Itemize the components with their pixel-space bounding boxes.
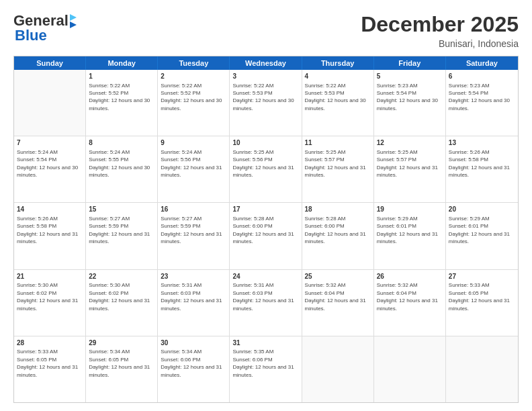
page-title: December 2025 — [361, 12, 519, 37]
table-row: 1Sunrise: 5:22 AMSunset: 5:52 PMDaylight… — [86, 70, 158, 136]
cell-info: Sunrise: 5:28 AMSunset: 6:00 PMDaylight:… — [232, 216, 294, 244]
day-number: 6 — [449, 72, 515, 81]
cell-info: Sunrise: 5:26 AMSunset: 5:58 PMDaylight:… — [449, 149, 510, 178]
day-number: 8 — [89, 138, 154, 148]
table-row: 14Sunrise: 5:26 AMSunset: 5:58 PMDayligh… — [14, 203, 86, 269]
day-number: 14 — [17, 205, 83, 214]
calendar: Sunday Monday Tuesday Wednesday Thursday… — [13, 56, 519, 403]
day-number: 19 — [377, 205, 443, 214]
table-row: 13Sunrise: 5:26 AMSunset: 5:58 PMDayligh… — [446, 136, 518, 202]
cell-info: Sunrise: 5:29 AMSunset: 6:01 PMDaylight:… — [377, 216, 438, 244]
day-number: 29 — [89, 338, 154, 348]
table-row: 12Sunrise: 5:25 AMSunset: 5:57 PMDayligh… — [374, 136, 446, 202]
day-number: 17 — [232, 205, 298, 214]
table-row: 31Sunrise: 5:35 AMSunset: 6:06 PMDayligh… — [230, 336, 302, 402]
cell-info: Sunrise: 5:30 AMSunset: 6:02 PMDaylight:… — [17, 282, 78, 311]
cell-info: Sunrise: 5:22 AMSunset: 5:52 PMDaylight:… — [89, 83, 150, 111]
table-row: 2Sunrise: 5:22 AMSunset: 5:52 PMDaylight… — [158, 70, 230, 136]
cell-info: Sunrise: 5:28 AMSunset: 6:00 PMDaylight:… — [305, 216, 366, 244]
day-number: 15 — [89, 205, 154, 214]
table-row: 8Sunrise: 5:24 AMSunset: 5:55 PMDaylight… — [86, 136, 158, 202]
table-row: 20Sunrise: 5:29 AMSunset: 6:01 PMDayligh… — [446, 203, 518, 269]
table-row: 27Sunrise: 5:33 AMSunset: 6:05 PMDayligh… — [446, 270, 518, 336]
logo-blue: Blue — [15, 27, 47, 44]
day-number: 1 — [89, 72, 154, 81]
cell-info: Sunrise: 5:35 AMSunset: 6:06 PMDaylight:… — [232, 349, 294, 377]
table-row: 5Sunrise: 5:23 AMSunset: 5:54 PMDaylight… — [374, 70, 446, 136]
table-row: 11Sunrise: 5:25 AMSunset: 5:57 PMDayligh… — [302, 136, 374, 202]
day-number: 2 — [161, 72, 226, 81]
cell-info: Sunrise: 5:23 AMSunset: 5:54 PMDaylight:… — [377, 83, 438, 111]
calendar-row: 7Sunrise: 5:24 AMSunset: 5:54 PMDaylight… — [14, 136, 518, 203]
cell-info: Sunrise: 5:34 AMSunset: 6:06 PMDaylight:… — [161, 349, 222, 377]
day-number: 27 — [449, 272, 515, 281]
table-row: 16Sunrise: 5:27 AMSunset: 5:59 PMDayligh… — [158, 203, 230, 269]
table-row: 18Sunrise: 5:28 AMSunset: 6:00 PMDayligh… — [302, 203, 374, 269]
day-number: 26 — [377, 272, 443, 281]
table-row: 22Sunrise: 5:30 AMSunset: 6:02 PMDayligh… — [86, 270, 158, 336]
table-row: 19Sunrise: 5:29 AMSunset: 6:01 PMDayligh… — [374, 203, 446, 269]
day-number: 5 — [377, 72, 443, 81]
table-row: 7Sunrise: 5:24 AMSunset: 5:54 PMDaylight… — [14, 136, 86, 202]
day-number: 7 — [17, 138, 83, 148]
table-row: 15Sunrise: 5:27 AMSunset: 5:59 PMDayligh… — [86, 203, 158, 269]
cell-info: Sunrise: 5:27 AMSunset: 5:59 PMDaylight:… — [161, 216, 222, 244]
calendar-row: 1Sunrise: 5:22 AMSunset: 5:52 PMDaylight… — [14, 70, 518, 136]
table-row: 3Sunrise: 5:22 AMSunset: 5:53 PMDaylight… — [230, 70, 302, 136]
table-row: 23Sunrise: 5:31 AMSunset: 6:03 PMDayligh… — [158, 270, 230, 336]
cell-info: Sunrise: 5:25 AMSunset: 5:56 PMDaylight:… — [232, 149, 294, 178]
day-number: 31 — [232, 338, 298, 348]
table-row: 29Sunrise: 5:34 AMSunset: 6:05 PMDayligh… — [86, 336, 158, 402]
calendar-body: 1Sunrise: 5:22 AMSunset: 5:52 PMDaylight… — [14, 70, 518, 402]
table-row: 17Sunrise: 5:28 AMSunset: 6:00 PMDayligh… — [230, 203, 302, 269]
day-number: 18 — [305, 205, 371, 214]
page-subtitle: Bunisari, Indonesia — [361, 38, 519, 49]
cell-info: Sunrise: 5:22 AMSunset: 5:53 PMDaylight:… — [232, 83, 294, 111]
table-row: 28Sunrise: 5:33 AMSunset: 6:05 PMDayligh… — [14, 336, 86, 402]
table-row: 10Sunrise: 5:25 AMSunset: 5:56 PMDayligh… — [230, 136, 302, 202]
cell-info: Sunrise: 5:22 AMSunset: 5:53 PMDaylight:… — [305, 83, 366, 111]
cell-info: Sunrise: 5:31 AMSunset: 6:03 PMDaylight:… — [161, 282, 222, 311]
table-row: 24Sunrise: 5:31 AMSunset: 6:03 PMDayligh… — [230, 270, 302, 336]
cell-info: Sunrise: 5:33 AMSunset: 6:05 PMDaylight:… — [17, 349, 78, 377]
calendar-header: Sunday Monday Tuesday Wednesday Thursday… — [14, 56, 518, 70]
table-row — [14, 70, 86, 136]
cell-info: Sunrise: 5:31 AMSunset: 6:03 PMDaylight:… — [232, 282, 294, 311]
day-number: 30 — [161, 338, 226, 348]
day-number: 3 — [232, 72, 298, 81]
cell-info: Sunrise: 5:25 AMSunset: 5:57 PMDaylight:… — [305, 149, 366, 178]
cell-info: Sunrise: 5:32 AMSunset: 6:04 PMDaylight:… — [377, 282, 438, 311]
table-row: 4Sunrise: 5:22 AMSunset: 5:53 PMDaylight… — [302, 70, 374, 136]
day-number: 23 — [161, 272, 226, 281]
logo-arrow-top — [70, 14, 77, 21]
cell-info: Sunrise: 5:29 AMSunset: 6:01 PMDaylight:… — [449, 216, 510, 244]
cell-info: Sunrise: 5:25 AMSunset: 5:57 PMDaylight:… — [377, 149, 438, 178]
header-sunday: Sunday — [14, 56, 86, 70]
cell-info: Sunrise: 5:32 AMSunset: 6:04 PMDaylight:… — [305, 282, 366, 311]
day-number: 11 — [305, 138, 371, 148]
header-thursday: Thursday — [302, 56, 374, 70]
cell-info: Sunrise: 5:24 AMSunset: 5:54 PMDaylight:… — [17, 149, 78, 178]
table-row: 26Sunrise: 5:32 AMSunset: 6:04 PMDayligh… — [374, 270, 446, 336]
day-number: 10 — [232, 138, 298, 148]
calendar-row: 28Sunrise: 5:33 AMSunset: 6:05 PMDayligh… — [14, 336, 518, 402]
table-row — [446, 336, 518, 402]
day-number: 25 — [305, 272, 371, 281]
header-tuesday: Tuesday — [158, 56, 230, 70]
table-row: 25Sunrise: 5:32 AMSunset: 6:04 PMDayligh… — [302, 270, 374, 336]
day-number: 28 — [17, 338, 83, 348]
header-monday: Monday — [86, 56, 158, 70]
header-wednesday: Wednesday — [230, 56, 302, 70]
day-number: 16 — [161, 205, 226, 214]
cell-info: Sunrise: 5:26 AMSunset: 5:58 PMDaylight:… — [17, 216, 78, 244]
table-row: 6Sunrise: 5:23 AMSunset: 5:54 PMDaylight… — [446, 70, 518, 136]
day-number: 13 — [449, 138, 515, 148]
cell-info: Sunrise: 5:22 AMSunset: 5:52 PMDaylight:… — [161, 83, 222, 111]
table-row: 21Sunrise: 5:30 AMSunset: 6:02 PMDayligh… — [14, 270, 86, 336]
day-number: 21 — [17, 272, 83, 281]
logo-arrow-bottom — [70, 21, 77, 28]
day-number: 20 — [449, 205, 515, 214]
cell-info: Sunrise: 5:24 AMSunset: 5:56 PMDaylight:… — [161, 149, 222, 178]
cell-info: Sunrise: 5:23 AMSunset: 5:54 PMDaylight:… — [449, 83, 510, 111]
table-row: 9Sunrise: 5:24 AMSunset: 5:56 PMDaylight… — [158, 136, 230, 202]
